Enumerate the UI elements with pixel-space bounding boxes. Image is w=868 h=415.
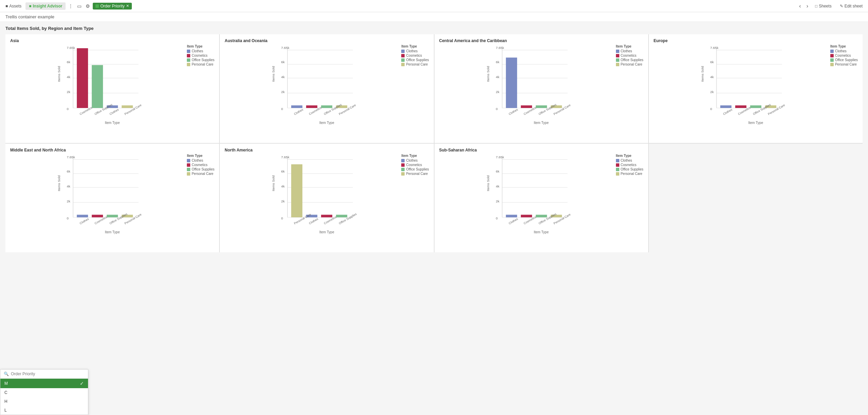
dropdown-search-input[interactable]: [11, 372, 85, 376]
svg-text:Items Sold: Items Sold: [271, 66, 275, 82]
svg-text:6k: 6k: [710, 60, 714, 64]
region-title-subsaharan: Sub-Saharan Africa: [439, 148, 643, 152]
dropdown-item-label-H: H: [4, 399, 7, 404]
svg-rect-33: [321, 105, 332, 108]
svg-text:Clothes: Clothes: [508, 108, 518, 116]
bar-chart-asia: 7.65k 6k 4k 2k 0: [10, 44, 214, 119]
svg-text:2k: 2k: [281, 90, 285, 94]
assets-button[interactable]: ■ Assets: [3, 2, 24, 10]
legend-mideast: Item Type Clothes Cosmetics Office Suppl…: [187, 154, 214, 176]
dropdown-item-M[interactable]: M ✓: [0, 379, 88, 388]
svg-rect-11: [77, 48, 88, 108]
svg-text:Office Supplies: Office Supplies: [338, 212, 358, 225]
svg-rect-31: [291, 105, 302, 108]
svg-rect-12: [92, 65, 103, 108]
assets-label: Assets: [9, 4, 21, 8]
svg-text:2k: 2k: [67, 199, 70, 203]
topbar: ■ Assets ■ Insight Advisor ⋮ ▭ ⚙ Order P…: [0, 0, 868, 12]
svg-text:7.65k: 7.65k: [496, 155, 504, 159]
svg-text:6k: 6k: [496, 60, 499, 64]
svg-text:Clothes: Clothes: [508, 217, 518, 225]
x-axis-label-australia: Item Type: [225, 121, 429, 125]
legend-north-america: Item Type Clothes Cosmetics Office Suppl…: [401, 154, 429, 176]
svg-text:Clothes: Clothes: [109, 108, 120, 116]
chart-cell-north-america: North America 7.65k 6k 4k 2k 0: [220, 144, 433, 252]
svg-text:Items Sold: Items Sold: [57, 66, 61, 82]
svg-text:7.65k: 7.65k: [281, 46, 289, 50]
svg-text:0: 0: [67, 216, 69, 220]
insight-advisor-button[interactable]: ■ Insight Advisor: [25, 2, 66, 10]
next-arrow-button[interactable]: ›: [805, 3, 810, 9]
region-title-europe: Europe: [654, 38, 858, 43]
bar-chart-mideast: 7.65k 6k 4k 2k 0 Clothes Cosme: [10, 154, 214, 229]
topbar-right: ‹ › □ Sheets ✎ Edit sheet: [798, 2, 865, 10]
svg-rect-132: [521, 215, 532, 217]
svg-rect-53: [536, 105, 547, 108]
svg-text:Items Sold: Items Sold: [57, 175, 61, 191]
region-title-asia: Asia: [10, 38, 214, 43]
insight-icon: ■: [29, 4, 31, 8]
bar-chart-australia: 7.65k 6k 4k 2k 0 Clothes: [225, 44, 429, 119]
svg-text:Clothes: Clothes: [308, 217, 319, 225]
svg-text:7.65k: 7.65k: [67, 155, 75, 159]
order-priority-close[interactable]: ✕: [126, 4, 129, 8]
dropdown-item-C[interactable]: C: [0, 388, 88, 397]
chart-cell-asia: Asia 7.65k 6k 4k 2k 0: [5, 34, 219, 143]
svg-text:2k: 2k: [710, 90, 714, 94]
svg-text:Clothes: Clothes: [79, 217, 90, 225]
svg-text:4k: 4k: [281, 75, 285, 79]
x-axis-label-europe: Item Type: [654, 121, 858, 125]
sheets-button[interactable]: □ Sheets: [812, 2, 834, 10]
bar-chart-central: 7.65k 6k 4k 2k 0 Clothes: [439, 44, 643, 119]
region-title-central-america: Central America and the Caribbean: [439, 38, 643, 43]
prev-arrow-button[interactable]: ‹: [798, 3, 802, 9]
sheets-icon: □: [815, 4, 817, 8]
settings-icon-button[interactable]: ⚙: [84, 2, 91, 10]
expand-icon-button[interactable]: ▭: [76, 2, 83, 10]
svg-text:0: 0: [710, 107, 712, 111]
checkmark-icon-M: ✓: [80, 381, 84, 386]
svg-text:0: 0: [281, 216, 283, 220]
trellis-grid: Asia 7.65k 6k 4k 2k 0: [5, 34, 863, 252]
svg-text:6k: 6k: [496, 169, 499, 173]
svg-rect-114: [336, 215, 347, 217]
bar-chart-subsaharan: 7.65k 6k 4k 2k 0 Clothes Cosme: [439, 154, 643, 229]
svg-rect-92: [92, 215, 103, 217]
svg-text:0: 0: [496, 107, 498, 111]
legend-subsaharan: Item Type Clothes Cosmetics Office Suppl…: [616, 154, 643, 176]
svg-text:6k: 6k: [281, 169, 285, 173]
dropdown-item-L[interactable]: L: [0, 406, 88, 414]
svg-text:7.65k: 7.65k: [496, 46, 504, 50]
search-icon: 🔍: [4, 372, 9, 376]
svg-rect-52: [521, 105, 532, 108]
main-content: Total Items Sold, by Region and Item Typ…: [0, 22, 868, 414]
chart-cell-empty: [649, 144, 863, 252]
assets-icon: ■: [5, 4, 8, 8]
order-priority-tab[interactable]: Order Priority ✕: [93, 3, 131, 10]
svg-text:0: 0: [496, 216, 498, 220]
svg-text:4k: 4k: [67, 75, 70, 79]
svg-text:Items Sold: Items Sold: [271, 175, 275, 191]
svg-text:7.65k: 7.65k: [710, 46, 718, 50]
page-title: Trellis container example: [5, 14, 54, 19]
svg-text:2k: 2k: [496, 199, 499, 203]
chart-title: Total Items Sold, by Region and Item Typ…: [5, 26, 863, 31]
svg-text:0: 0: [67, 107, 69, 111]
svg-text:4k: 4k: [496, 184, 499, 188]
svg-text:Items Sold: Items Sold: [486, 175, 490, 191]
grid-icon-button[interactable]: ⋮: [67, 2, 74, 10]
chart-cell-middle-east: Middle East and North Africa 7.65k 6k 4k…: [5, 144, 219, 252]
svg-text:Clothes: Clothes: [722, 108, 733, 116]
svg-text:4k: 4k: [67, 184, 70, 188]
legend-australia: Item Type Clothes Cosmetics Office Suppl…: [401, 44, 429, 67]
dropdown-search-row: 🔍: [0, 369, 88, 379]
dropdown-item-H[interactable]: H: [0, 397, 88, 406]
svg-text:Items Sold: Items Sold: [486, 66, 490, 82]
legend-europe: Item Type Clothes Cosmetics Office Suppl…: [830, 44, 858, 67]
svg-rect-113: [321, 215, 332, 217]
dropdown-item-label-L: L: [4, 408, 7, 413]
order-priority-label: Order Priority: [100, 4, 124, 8]
edit-label: Edit sheet: [845, 4, 863, 8]
edit-sheet-button[interactable]: ✎ Edit sheet: [837, 2, 865, 10]
x-axis-label-mideast: Item Type: [10, 230, 214, 234]
